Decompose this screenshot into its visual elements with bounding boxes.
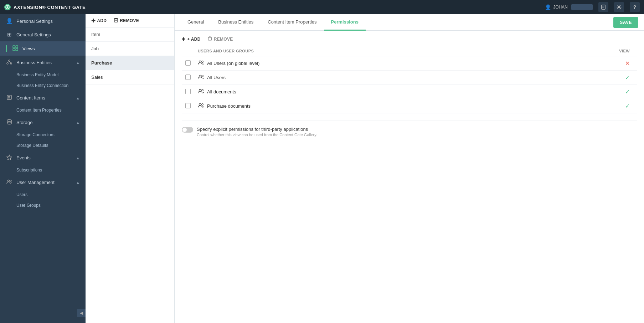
row-user-cell: All Users [194, 71, 532, 85]
user-info: 👤 JOHAN [545, 4, 593, 10]
tab-business-entities[interactable]: Business Entities [211, 14, 261, 31]
sidebar: 👤 Personal Settings ⊞ General Settings V… [0, 14, 86, 323]
permissions-panel: ✚ + ADD REMOVE Users and User Groups [175, 31, 644, 323]
user-management-icon [6, 179, 13, 186]
sidebar-subitem-business-entity-connection[interactable]: Business Entity Connection [0, 80, 86, 91]
svg-rect-10 [16, 48, 18, 51]
tab-general[interactable]: General [180, 14, 211, 31]
sidebar-subitem-user-groups[interactable]: User Groups [0, 200, 86, 211]
list-item[interactable]: Sales [86, 70, 174, 84]
help-icon-btn[interactable]: ? [630, 2, 640, 12]
remove-icon [114, 18, 118, 24]
row-status-cell: ✓ [532, 85, 637, 99]
sidebar-subitem-subscriptions[interactable]: Subscriptions [0, 165, 86, 175]
sidebar-item-storage[interactable]: Storage ▲ [0, 116, 86, 129]
users-icon [198, 60, 204, 66]
row-checkbox[interactable] [185, 60, 191, 66]
users-icon [198, 75, 204, 81]
sidebar-item-label: Events [16, 155, 72, 160]
app-title: AXTENSION® CONTENT GATE [14, 5, 86, 10]
row-checkbox-cell [182, 71, 194, 85]
list-item[interactable]: Job [86, 42, 174, 56]
row-status-cell: ✓ [532, 99, 637, 113]
settings-icon-btn[interactable] [614, 2, 624, 12]
sidebar-subitem-business-entity-model[interactable]: Business Entity Model [0, 70, 86, 80]
mid-panel: ✚ ADD REMOVE Item Job Purchase Sales [86, 14, 175, 323]
allow-icon: ✓ [625, 75, 630, 81]
chevron-up-icon: ▲ [76, 121, 80, 125]
tab-permissions[interactable]: Permissions [324, 14, 366, 31]
sidebar-subitem-content-item-properties[interactable]: Content Item Properties [0, 105, 86, 116]
sidebar-subitem-users[interactable]: Users [0, 189, 86, 200]
sidebar-subitem-storage-connectors[interactable]: Storage Connectors [0, 129, 86, 140]
sidebar-item-label: Business Entities [16, 60, 72, 65]
permissions-remove-button[interactable]: REMOVE [208, 36, 233, 42]
user-avatar-bar [571, 4, 593, 10]
col-users-header: Users and User Groups [194, 46, 532, 56]
storage-icon [6, 119, 13, 126]
sidebar-item-content-items[interactable]: Content Items ▲ [0, 91, 86, 105]
table-row: All Users (on global level) ✕ [182, 56, 637, 71]
sidebar-item-label: User Management [16, 180, 72, 185]
row-checkbox-cell [182, 99, 194, 113]
trash-icon [208, 36, 212, 42]
row-checkbox-cell [182, 56, 194, 71]
tab-content-item-properties[interactable]: Content Item Properties [261, 14, 324, 31]
permissions-table: Users and User Groups View [182, 46, 637, 113]
col-view-header: View [532, 46, 637, 56]
svg-point-22 [8, 180, 10, 182]
permissions-add-button[interactable]: ✚ + ADD [182, 37, 201, 42]
subitem-label: Business Entity Model [16, 72, 58, 77]
app-branding: AXTENSION® CONTENT GATE [4, 4, 86, 10]
row-status-cell: ✕ [532, 56, 637, 71]
list-item[interactable]: Item [86, 27, 174, 42]
chevron-up-icon: ▲ [76, 180, 80, 185]
content-area: General Business Entities Content Item P… [175, 14, 644, 323]
users-icon [198, 103, 204, 109]
sidebar-collapse-button[interactable]: ◀ [77, 309, 86, 317]
add-label: ADD [97, 18, 107, 23]
events-icon [6, 154, 13, 161]
topbar-right: 👤 JOHAN ? [545, 2, 640, 12]
plus-icon: ✚ [91, 18, 96, 24]
sidebar-subitem-storage-defaults[interactable]: Storage Defaults [0, 140, 86, 151]
document-icon-btn[interactable] [598, 2, 608, 12]
sidebar-item-general-settings[interactable]: ⊞ General Settings [0, 28, 86, 41]
subitem-label: Subscriptions [16, 168, 42, 173]
svg-line-14 [7, 61, 9, 63]
sidebar-item-views[interactable]: Views [0, 41, 86, 56]
row-checkbox[interactable] [185, 89, 191, 94]
sidebar-item-label: Personal Settings [16, 19, 80, 24]
sidebar-item-personal-settings[interactable]: 👤 Personal Settings [0, 14, 86, 28]
row-status-cell: ✓ [532, 71, 637, 85]
table-row: Purchase documents ✓ [182, 99, 637, 113]
row-checkbox[interactable] [185, 75, 191, 80]
content-items-icon [6, 94, 13, 101]
plus-icon: ✚ [182, 37, 185, 42]
row-checkbox[interactable] [185, 103, 191, 108]
third-party-permissions-toggle[interactable] [182, 127, 193, 133]
add-item-button[interactable]: ✚ ADD [91, 18, 107, 24]
sidebar-item-user-management[interactable]: User Management ▲ [0, 175, 86, 189]
list-item-selected[interactable]: Purchase [86, 56, 174, 70]
row-user-cell: All Users (on global level) [194, 56, 532, 71]
toggle-text: Specify explicit permissions for third-p… [197, 127, 317, 137]
user-name: JOHAN [553, 5, 568, 10]
svg-point-13 [10, 63, 12, 64]
remove-label: REMOVE [120, 18, 139, 23]
toggle-subtitle: Control whether this view can be used fr… [197, 133, 317, 137]
users-icon [198, 89, 204, 95]
person-icon: 👤 [6, 18, 13, 24]
views-icon [12, 45, 19, 52]
remove-item-button[interactable]: REMOVE [114, 18, 139, 24]
svg-rect-7 [13, 46, 15, 48]
svg-point-40 [202, 104, 203, 106]
svg-rect-8 [16, 46, 18, 48]
sidebar-item-events[interactable]: Events ▲ [0, 151, 86, 165]
active-indicator [6, 45, 7, 52]
save-button[interactable]: SAVE [613, 17, 638, 28]
subitem-label: Business Entity Connection [16, 83, 68, 88]
subitem-label: User Groups [16, 203, 41, 208]
sidebar-item-business-entities[interactable]: Business Entities ▲ [0, 56, 86, 70]
svg-point-1 [7, 6, 8, 8]
